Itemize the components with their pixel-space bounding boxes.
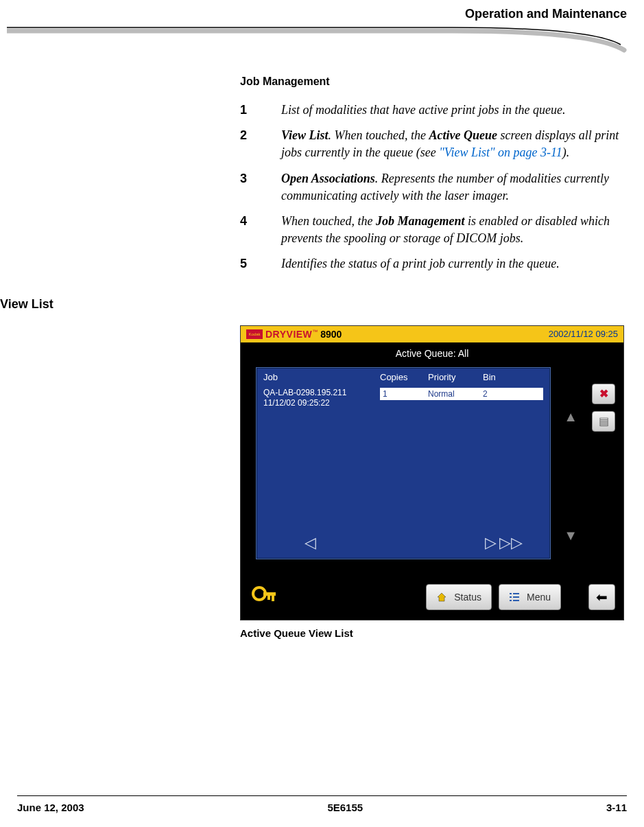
footer-docnum: 5E6155 — [327, 802, 363, 813]
list-item: 5 Identifies the status of a print job c… — [240, 255, 623, 272]
nav-left-icon[interactable]: ◁ — [305, 534, 316, 552]
status-button-label: Status — [454, 592, 481, 603]
svg-rect-4 — [510, 593, 512, 594]
list-number: 3 — [240, 170, 281, 205]
brand-model: 8900 — [320, 329, 342, 340]
save-disk-button[interactable]: ▤ — [592, 411, 615, 432]
svg-rect-5 — [513, 593, 519, 594]
list-text: When touched, the Job Management is enab… — [281, 213, 623, 247]
nav-right-icon[interactable]: ▷ — [485, 534, 497, 551]
bottom-toolbar: Status Menu ⬅ — [241, 580, 623, 614]
svg-rect-6 — [510, 596, 512, 598]
page-footer: June 12, 2003 5E6155 3-11 — [17, 795, 627, 813]
nav-fast-right-icon[interactable]: ▷▷ — [499, 534, 523, 551]
side-heading-view-list: View List — [0, 297, 644, 312]
job-selected-strip: 1 Normal 2 — [380, 388, 543, 400]
list-item: 4 When touched, the Job Management is en… — [240, 213, 623, 247]
footer-date: June 12, 2003 — [17, 802, 84, 813]
list-number: 4 — [240, 213, 281, 247]
col-header-priority: Priority — [428, 372, 483, 382]
device-screenshot: Kodak DRYVIEW™ 8900 2002/11/12 09:25 Act… — [240, 325, 624, 620]
queue-header-row: Job Copies Priority Bin — [257, 368, 550, 386]
job-cell: QA-LAB-0298.195.211 11/12/02 09:25:22 — [263, 388, 380, 409]
list-text: Open Associations. Represents the number… — [281, 170, 623, 205]
section-heading-job-management: Job Management — [240, 75, 644, 88]
xref-link[interactable]: "View List" on page 3-11 — [439, 145, 562, 159]
queue-row[interactable]: QA-LAB-0298.195.211 11/12/02 09:25:22 1 … — [257, 386, 550, 410]
menu-button[interactable]: Menu — [499, 584, 561, 610]
list-text: List of modalities that have active prin… — [281, 102, 623, 119]
brand-name: DRYVIEW — [265, 329, 312, 340]
device-topbar: Kodak DRYVIEW™ 8900 2002/11/12 09:25 — [241, 326, 623, 342]
clock-display: 2002/11/12 09:25 — [549, 329, 618, 339]
list-text: Identifies the status of a print job cur… — [281, 255, 623, 272]
list-item: 3 Open Associations. Represents the numb… — [240, 170, 623, 205]
numbered-list: 1 List of modalities that have active pr… — [240, 102, 623, 273]
svg-rect-7 — [513, 596, 519, 598]
kodak-logo-icon: Kodak — [246, 329, 263, 339]
home-icon — [436, 592, 447, 603]
queue-panel: Job Copies Priority Bin QA-LAB-0298.195.… — [256, 367, 551, 559]
copies-cell: 1 — [383, 389, 428, 399]
list-number: 1 — [240, 102, 281, 119]
list-number: 5 — [240, 255, 281, 272]
svg-rect-3 — [267, 596, 270, 600]
queue-title: Active Queue: All — [241, 342, 623, 363]
svg-rect-1 — [263, 592, 276, 596]
header-divider-swoosh — [7, 24, 631, 55]
list-icon — [509, 592, 520, 603]
figure-caption: Active Queue View List — [240, 627, 644, 639]
svg-rect-9 — [513, 600, 519, 601]
scroll-down-icon[interactable]: ▼ — [564, 528, 577, 544]
col-header-job: Job — [263, 372, 380, 382]
disk-icon: ▤ — [599, 415, 609, 428]
status-button[interactable]: Status — [426, 584, 492, 610]
scroll-up-icon[interactable]: ▲ — [564, 409, 577, 425]
list-number: 2 — [240, 127, 281, 161]
page-header-title: Operation and Maintenance — [0, 7, 627, 21]
col-header-copies: Copies — [380, 372, 428, 382]
trademark-icon: ™ — [312, 329, 318, 335]
priority-cell: Normal — [428, 389, 483, 399]
list-item: 2 View List. When touched, the Active Qu… — [240, 127, 623, 161]
delete-button[interactable]: ✖ — [592, 384, 615, 404]
svg-rect-2 — [272, 596, 274, 601]
list-item: 1 List of modalities that have active pr… — [240, 102, 623, 119]
footer-page: 3-11 — [606, 802, 627, 813]
menu-button-label: Menu — [527, 592, 551, 603]
bin-cell: 2 — [483, 389, 517, 399]
back-arrow-icon: ⬅ — [596, 589, 608, 605]
back-button[interactable]: ⬅ — [588, 584, 615, 610]
delete-icon: ✖ — [599, 387, 608, 400]
key-icon[interactable] — [249, 583, 283, 611]
col-header-bin: Bin — [483, 372, 524, 382]
list-text: View List. When touched, the Active Queu… — [281, 127, 623, 161]
svg-rect-8 — [510, 600, 512, 601]
